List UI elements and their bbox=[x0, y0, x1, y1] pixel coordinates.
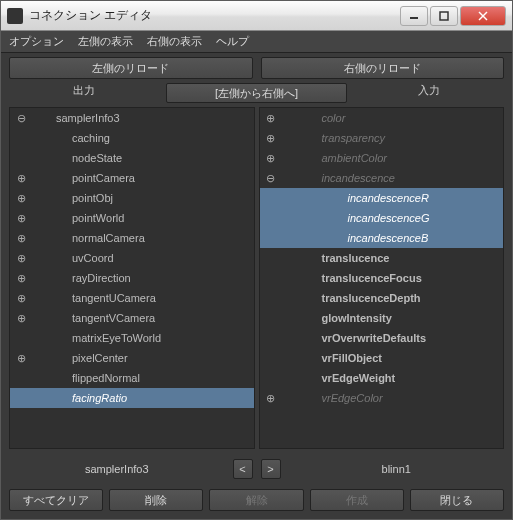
expand-icon[interactable]: ⊕ bbox=[14, 252, 28, 265]
window: コネクション エディタ オプション 左側の表示 右側の表示 ヘルプ 左側のリロー… bbox=[0, 0, 513, 520]
expand-icon[interactable]: ⊕ bbox=[14, 172, 28, 185]
menu-help[interactable]: ヘルプ bbox=[216, 34, 249, 49]
expand-icon[interactable]: ⊕ bbox=[14, 292, 28, 305]
left-attr-row[interactable]: ⊕tangentUCamera bbox=[10, 288, 254, 308]
left-attr-row[interactable]: ⊕uvCoord bbox=[10, 248, 254, 268]
attr-name: vrEdgeColor bbox=[322, 392, 500, 404]
attr-name: pointCamera bbox=[72, 172, 250, 184]
make-button[interactable]: 作成 bbox=[310, 489, 404, 511]
left-attr-row[interactable]: ⊕pointWorld bbox=[10, 208, 254, 228]
attr-name: translucenceDepth bbox=[322, 292, 500, 304]
delete-button[interactable]: 削除 bbox=[109, 489, 203, 511]
attr-name: translucenceFocus bbox=[322, 272, 500, 284]
left-attr-row[interactable]: ⊕rayDirection bbox=[10, 268, 254, 288]
attr-name: incandescenceG bbox=[348, 212, 500, 224]
reload-toolbar: 左側のリロード 右側のリロード bbox=[1, 53, 512, 83]
attr-name: incandescence bbox=[322, 172, 500, 184]
expand-icon[interactable]: ⊕ bbox=[14, 212, 28, 225]
left-attr-row[interactable]: ⊕normalCamera bbox=[10, 228, 254, 248]
left-attr-row[interactable]: ⊕pointObj bbox=[10, 188, 254, 208]
expand-icon[interactable]: ⊕ bbox=[264, 112, 278, 125]
break-button[interactable]: 解除 bbox=[209, 489, 303, 511]
right-attr-row[interactable]: incandescenceR bbox=[260, 188, 504, 208]
next-button[interactable]: > bbox=[261, 459, 281, 479]
close-button[interactable] bbox=[460, 6, 506, 26]
expand-icon[interactable]: ⊕ bbox=[14, 352, 28, 365]
titlebar[interactable]: コネクション エディタ bbox=[1, 1, 512, 31]
attr-name: color bbox=[322, 112, 500, 124]
left-attr-row[interactable]: facingRatio bbox=[10, 388, 254, 408]
attr-name: facingRatio bbox=[72, 392, 250, 404]
left-attr-row[interactable]: matrixEyeToWorld bbox=[10, 328, 254, 348]
right-attr-row[interactable]: incandescenceG bbox=[260, 208, 504, 228]
right-attr-row[interactable]: vrEdgeWeight bbox=[260, 368, 504, 388]
expand-icon[interactable]: ⊕ bbox=[14, 192, 28, 205]
right-attr-row[interactable]: glowIntensity bbox=[260, 308, 504, 328]
right-attr-row[interactable]: translucenceFocus bbox=[260, 268, 504, 288]
attr-name: nodeState bbox=[72, 152, 250, 164]
attr-name: flippedNormal bbox=[72, 372, 250, 384]
maximize-icon bbox=[439, 11, 449, 21]
left-attr-row[interactable]: flippedNormal bbox=[10, 368, 254, 388]
attr-name: vrEdgeWeight bbox=[322, 372, 500, 384]
right-attr-row[interactable]: ⊕color bbox=[260, 108, 504, 128]
expand-icon[interactable]: ⊕ bbox=[14, 232, 28, 245]
minimize-icon bbox=[409, 11, 419, 21]
expand-icon[interactable]: ⊕ bbox=[14, 312, 28, 325]
prev-button[interactable]: < bbox=[233, 459, 253, 479]
right-attr-row[interactable]: vrFillObject bbox=[260, 348, 504, 368]
left-attr-row[interactable]: caching bbox=[10, 128, 254, 148]
clear-all-button[interactable]: すべてクリア bbox=[9, 489, 103, 511]
node-name: samplerInfo3 bbox=[56, 112, 250, 124]
attr-name: rayDirection bbox=[72, 272, 250, 284]
direction-toggle[interactable]: [左側から右側へ] bbox=[166, 83, 347, 103]
attr-name: incandescenceR bbox=[348, 192, 500, 204]
column-headers: 出力 [左側から右側へ] 入力 bbox=[1, 83, 512, 107]
menu-left-display[interactable]: 左側の表示 bbox=[78, 34, 133, 49]
window-title: コネクション エディタ bbox=[29, 7, 398, 24]
left-attr-row[interactable]: ⊕pixelCenter bbox=[10, 348, 254, 368]
left-attr-row[interactable]: nodeState bbox=[10, 148, 254, 168]
outputs-pane[interactable]: ⊖ samplerInfo3 cachingnodeState⊕pointCam… bbox=[9, 107, 255, 449]
right-attr-row[interactable]: translucenceDepth bbox=[260, 288, 504, 308]
right-attr-row[interactable]: ⊕ambientColor bbox=[260, 148, 504, 168]
right-node-label: blinn1 bbox=[289, 463, 505, 475]
collapse-icon[interactable]: ⊖ bbox=[264, 172, 278, 185]
attr-name: normalCamera bbox=[72, 232, 250, 244]
attr-name: caching bbox=[72, 132, 250, 144]
left-attr-row[interactable]: ⊕tangentVCamera bbox=[10, 308, 254, 328]
left-root-row[interactable]: ⊖ samplerInfo3 bbox=[10, 108, 254, 128]
attr-name: transparency bbox=[322, 132, 500, 144]
left-attr-row[interactable]: ⊕pointCamera bbox=[10, 168, 254, 188]
right-attr-row[interactable]: ⊕transparency bbox=[260, 128, 504, 148]
inputs-pane[interactable]: ⊕color⊕transparency⊕ambientColor⊖incande… bbox=[259, 107, 505, 449]
menu-options[interactable]: オプション bbox=[9, 34, 64, 49]
maximize-button[interactable] bbox=[430, 6, 458, 26]
outputs-header: 出力 bbox=[9, 83, 158, 103]
expand-icon[interactable]: ⊕ bbox=[264, 392, 278, 405]
right-attr-row[interactable]: translucence bbox=[260, 248, 504, 268]
menu-right-display[interactable]: 右側の表示 bbox=[147, 34, 202, 49]
reload-left-button[interactable]: 左側のリロード bbox=[9, 57, 253, 79]
attr-name: ambientColor bbox=[322, 152, 500, 164]
close-action-button[interactable]: 閉じる bbox=[410, 489, 504, 511]
attr-name: matrixEyeToWorld bbox=[72, 332, 250, 344]
action-toolbar: すべてクリア 削除 解除 作成 閉じる bbox=[1, 485, 512, 519]
right-attr-row[interactable]: incandescenceB bbox=[260, 228, 504, 248]
close-icon bbox=[478, 11, 488, 21]
attr-name: incandescenceB bbox=[348, 232, 500, 244]
right-attr-row[interactable]: vrOverwriteDefaults bbox=[260, 328, 504, 348]
minimize-button[interactable] bbox=[400, 6, 428, 26]
right-attr-row[interactable]: ⊖incandescence bbox=[260, 168, 504, 188]
attr-name: translucence bbox=[322, 252, 500, 264]
node-footer: samplerInfo3 < > blinn1 bbox=[1, 453, 512, 485]
reload-right-button[interactable]: 右側のリロード bbox=[261, 57, 505, 79]
attr-name: vrFillObject bbox=[322, 352, 500, 364]
expand-icon[interactable]: ⊕ bbox=[14, 272, 28, 285]
right-attr-row[interactable]: ⊕vrEdgeColor bbox=[260, 388, 504, 408]
expand-icon[interactable]: ⊕ bbox=[264, 132, 278, 145]
attr-name: uvCoord bbox=[72, 252, 250, 264]
attr-name: glowIntensity bbox=[322, 312, 500, 324]
expand-icon[interactable]: ⊕ bbox=[264, 152, 278, 165]
collapse-icon[interactable]: ⊖ bbox=[14, 112, 28, 125]
